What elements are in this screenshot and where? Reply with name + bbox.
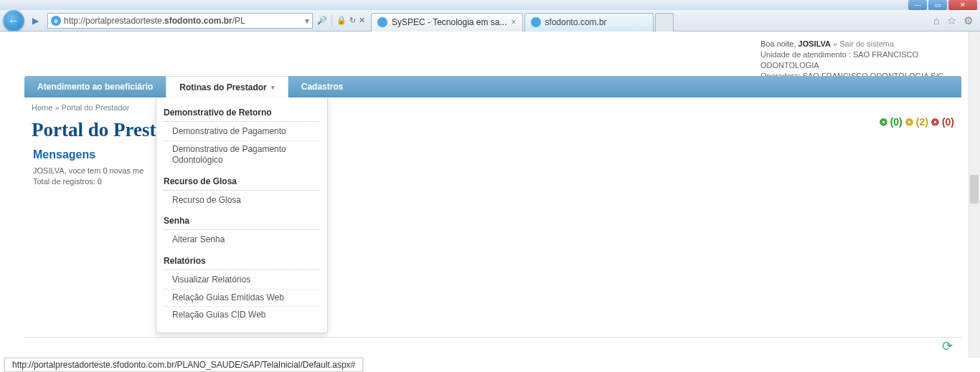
tab-label: sfodonto.com.br — [545, 17, 607, 27]
window-close-button[interactable]: ✕ — [948, 0, 977, 10]
nav-back-button[interactable]: ← — [3, 10, 24, 32]
dd-link[interactable]: Relação Guias Emitidas Web — [164, 290, 320, 307]
lock-icon: 🔒 — [336, 16, 347, 25]
window-minimize-button[interactable]: — — [908, 0, 927, 10]
page: Boa noite, JOSILVA » Sair do sistema Uni… — [0, 32, 980, 358]
count-green[interactable]: (0) — [890, 116, 903, 128]
bulb-red-icon: ❂ — [931, 117, 939, 128]
ie-icon — [377, 17, 387, 27]
dd-link[interactable]: Visualizar Relatórios — [164, 272, 320, 290]
page-title: Portal do Prest — [32, 119, 156, 141]
rotinas-dropdown: Demonstrativo de Retorno Demonstrativo d… — [156, 97, 328, 333]
nav-forward-button[interactable]: ▶ — [27, 13, 43, 29]
dd-head-relatorios: Relatórios — [164, 253, 320, 270]
ie-icon: e — [51, 16, 61, 26]
dd-link[interactable]: Demonstrativo de Pagamento Odontológico — [164, 141, 320, 169]
dd-link[interactable]: Relação Guias CID Web — [164, 307, 320, 324]
scrollbar-thumb[interactable] — [970, 175, 979, 204]
bulb-green-icon: ❂ — [880, 117, 887, 128]
logout-link[interactable]: Sair do sistema — [839, 39, 894, 48]
menu-rotinas[interactable]: Rotinas do Prestador ▾ — [166, 76, 288, 97]
menu-atendimento[interactable]: Atendimento ao beneficiário — [24, 76, 166, 97]
tab-label: SySPEC - Tecnologia em sa... — [392, 17, 507, 27]
menu-label: Rotinas do Prestador — [179, 82, 266, 92]
menu-label: Atendimento ao beneficiário — [37, 82, 153, 92]
tab-inactive[interactable]: sfodonto.com.br — [524, 13, 654, 32]
breadcrumb-sep: » — [52, 103, 61, 112]
page-refresh-icon[interactable]: ⟳ — [942, 338, 953, 354]
logout-sep: » — [833, 39, 839, 48]
dd-head-demonstrativo: Demonstrativo de Retorno — [164, 105, 320, 122]
url-text-prefix: http://portalprestadorteste. — [64, 16, 164, 26]
count-red[interactable]: (0) — [942, 116, 954, 128]
breadcrumb-current: Portal do Prestador — [62, 103, 130, 112]
dd-link[interactable]: Recurso de Glosa — [164, 192, 320, 209]
status-bar: http://portalprestadorteste.sfodonto.com… — [4, 358, 363, 372]
messages-title: Mensagens — [33, 148, 143, 161]
bulb-yellow-icon: ❂ — [905, 117, 913, 128]
unit-line: Unidade de atendimento : SAO FRANCISCO O… — [760, 50, 918, 70]
new-tab-button[interactable] — [655, 13, 674, 32]
notification-indicators: ❂ (0) ❂ (2) ❂ (0) — [880, 116, 954, 128]
greeting-prefix: Boa noite, — [760, 39, 798, 48]
messages-block: Mensagens JOSILVA, voce tem 0 novas me T… — [33, 148, 143, 188]
window-titlebar: — ▭ ✕ — [0, 0, 980, 10]
tools-icon[interactable]: ⚙ — [963, 14, 973, 27]
url-text-host: sfodonto.com.br — [164, 16, 232, 26]
dd-link[interactable]: Demonstrativo de Pagamento — [164, 123, 320, 141]
stop-icon[interactable]: ✕ — [359, 16, 365, 25]
page-scrollbar[interactable] — [969, 32, 980, 358]
user-name: JOSILVA — [798, 39, 831, 48]
browser-toolbar: ← ▶ e http://portalprestadorteste.sfodon… — [0, 10, 980, 32]
address-bar[interactable]: e http://portalprestadorteste.sfodonto.c… — [47, 13, 313, 29]
dd-link[interactable]: Alterar Senha — [164, 232, 320, 249]
refresh-icon[interactable]: ↻ — [349, 16, 356, 25]
browser-right-icons: ⌂ ☆ ⚙ — [933, 14, 980, 27]
page-footer-bar: ⟳ — [24, 337, 961, 354]
favorites-icon[interactable]: ☆ — [947, 14, 956, 27]
ie-icon — [531, 17, 541, 27]
chevron-down-icon: ▾ — [271, 84, 275, 91]
messages-line2: Total de registros: 0 — [33, 177, 102, 186]
home-icon[interactable]: ⌂ — [933, 14, 940, 27]
window-maximize-button[interactable]: ▭ — [928, 0, 947, 10]
breadcrumb: Home » Portal do Prestador — [32, 103, 129, 112]
menu-cadastros[interactable]: Cadastros — [288, 76, 357, 97]
dd-head-recurso: Recurso de Glosa — [164, 173, 320, 191]
tab-active[interactable]: SySPEC - Tecnologia em sa... × — [371, 13, 523, 32]
dd-head-senha: Senha — [164, 213, 320, 230]
url-actions: 🔎 🔒 ↻ ✕ — [313, 15, 369, 27]
main-menu: Atendimento ao beneficiário Rotinas do P… — [24, 76, 961, 97]
status-url: http://portalprestadorteste.sfodonto.com… — [12, 360, 355, 370]
messages-line1: JOSILVA, voce tem 0 novas me — [33, 166, 143, 175]
count-yellow[interactable]: (2) — [916, 116, 928, 128]
search-dropdown-icon[interactable]: 🔎 — [317, 16, 327, 25]
tab-close-icon[interactable]: × — [507, 17, 517, 27]
url-text-suffix: /PL — [232, 16, 245, 26]
breadcrumb-home[interactable]: Home — [32, 103, 52, 112]
menu-label: Cadastros — [301, 82, 344, 92]
tab-strip: SySPEC - Tecnologia em sa... × sfodonto.… — [371, 10, 674, 32]
